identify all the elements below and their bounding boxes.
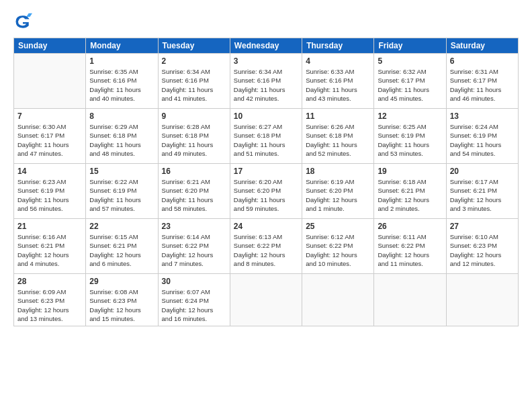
day-cell: 15Sunrise: 6:22 AMSunset: 6:19 PMDayligh… [86,164,158,219]
day-cell: 26Sunrise: 6:11 AMSunset: 6:22 PMDayligh… [374,219,446,274]
day-info: Sunrise: 6:30 AMSunset: 6:17 PMDaylight:… [17,122,82,158]
day-cell [302,274,374,326]
day-number: 27 [450,222,515,231]
day-cell: 25Sunrise: 6:12 AMSunset: 6:22 PMDayligh… [302,219,374,274]
day-cell: 3Sunrise: 6:34 AMSunset: 6:16 PMDaylight… [230,54,302,109]
col-header-thursday: Thursday [302,38,374,54]
day-number: 5 [378,56,442,66]
day-info: Sunrise: 6:20 AMSunset: 6:20 PMDaylight:… [234,177,298,213]
day-number: 1 [89,56,154,66]
day-cell: 10Sunrise: 6:27 AMSunset: 6:18 PMDayligh… [230,109,302,164]
week-row: 7Sunrise: 6:30 AMSunset: 6:17 PMDaylight… [14,109,519,164]
day-info: Sunrise: 6:25 AMSunset: 6:19 PMDaylight:… [378,122,442,158]
day-cell: 16Sunrise: 6:21 AMSunset: 6:20 PMDayligh… [158,164,230,219]
day-info: Sunrise: 6:27 AMSunset: 6:18 PMDaylight:… [234,122,298,158]
day-cell [446,274,518,326]
day-number: 19 [378,167,442,176]
day-number: 12 [378,111,442,121]
day-cell: 8Sunrise: 6:29 AMSunset: 6:18 PMDaylight… [86,109,158,164]
day-cell: 21Sunrise: 6:16 AMSunset: 6:21 PMDayligh… [14,219,86,274]
day-number: 20 [450,167,515,176]
day-info: Sunrise: 6:23 AMSunset: 6:19 PMDaylight:… [17,177,82,213]
col-header-saturday: Saturday [446,38,518,54]
day-number: 21 [17,222,82,231]
day-info: Sunrise: 6:24 AMSunset: 6:19 PMDaylight:… [450,122,515,158]
day-cell [14,54,86,109]
page: SundayMondayTuesdayWednesdayThursdayFrid… [0,0,532,411]
day-cell: 1Sunrise: 6:35 AMSunset: 6:16 PMDaylight… [86,54,158,109]
week-row: 28Sunrise: 6:09 AMSunset: 6:23 PMDayligh… [14,274,519,326]
day-info: Sunrise: 6:33 AMSunset: 6:16 PMDaylight:… [306,67,370,103]
day-number: 11 [306,111,370,121]
calendar-table: SundayMondayTuesdayWednesdayThursdayFrid… [13,38,519,326]
day-number: 15 [89,167,154,176]
day-info: Sunrise: 6:09 AMSunset: 6:23 PMDaylight:… [17,287,82,323]
logo-icon [13,12,32,31]
col-header-sunday: Sunday [14,38,86,54]
day-info: Sunrise: 6:21 AMSunset: 6:20 PMDaylight:… [162,177,226,213]
week-row: 21Sunrise: 6:16 AMSunset: 6:21 PMDayligh… [14,219,519,274]
day-cell: 24Sunrise: 6:13 AMSunset: 6:22 PMDayligh… [230,219,302,274]
day-number: 29 [89,277,154,286]
day-info: Sunrise: 6:34 AMSunset: 6:16 PMDaylight:… [162,67,226,103]
day-cell: 29Sunrise: 6:08 AMSunset: 6:23 PMDayligh… [86,274,158,326]
day-info: Sunrise: 6:14 AMSunset: 6:22 PMDaylight:… [162,232,226,268]
day-cell [230,274,302,326]
day-info: Sunrise: 6:19 AMSunset: 6:20 PMDaylight:… [306,177,370,213]
day-cell: 2Sunrise: 6:34 AMSunset: 6:16 PMDaylight… [158,54,230,109]
day-cell: 30Sunrise: 6:07 AMSunset: 6:24 PMDayligh… [158,274,230,326]
day-number: 24 [234,222,298,231]
day-cell: 18Sunrise: 6:19 AMSunset: 6:20 PMDayligh… [302,164,374,219]
day-cell: 23Sunrise: 6:14 AMSunset: 6:22 PMDayligh… [158,219,230,274]
day-cell: 22Sunrise: 6:15 AMSunset: 6:21 PMDayligh… [86,219,158,274]
day-info: Sunrise: 6:11 AMSunset: 6:22 PMDaylight:… [378,232,442,268]
day-info: Sunrise: 6:22 AMSunset: 6:19 PMDaylight:… [89,177,154,213]
day-info: Sunrise: 6:31 AMSunset: 6:17 PMDaylight:… [450,67,515,103]
day-number: 6 [450,56,515,66]
day-info: Sunrise: 6:34 AMSunset: 6:16 PMDaylight:… [234,67,298,103]
day-number: 13 [450,111,515,121]
day-cell: 12Sunrise: 6:25 AMSunset: 6:19 PMDayligh… [374,109,446,164]
logo [13,12,35,31]
header-row: SundayMondayTuesdayWednesdayThursdayFrid… [14,38,519,54]
day-cell: 11Sunrise: 6:26 AMSunset: 6:18 PMDayligh… [302,109,374,164]
day-number: 10 [234,111,298,121]
day-number: 28 [17,277,82,286]
day-number: 22 [89,222,154,231]
day-info: Sunrise: 6:17 AMSunset: 6:21 PMDaylight:… [450,177,515,213]
day-cell: 7Sunrise: 6:30 AMSunset: 6:17 PMDaylight… [14,109,86,164]
day-info: Sunrise: 6:26 AMSunset: 6:18 PMDaylight:… [306,122,370,158]
day-number: 25 [306,222,370,231]
header [13,12,519,31]
day-number: 2 [162,56,226,66]
day-info: Sunrise: 6:35 AMSunset: 6:16 PMDaylight:… [89,67,154,103]
day-cell: 13Sunrise: 6:24 AMSunset: 6:19 PMDayligh… [446,109,518,164]
week-row: 1Sunrise: 6:35 AMSunset: 6:16 PMDaylight… [14,54,519,109]
day-number: 14 [17,167,82,176]
day-info: Sunrise: 6:08 AMSunset: 6:23 PMDaylight:… [89,287,154,323]
day-cell: 19Sunrise: 6:18 AMSunset: 6:21 PMDayligh… [374,164,446,219]
day-cell: 27Sunrise: 6:10 AMSunset: 6:23 PMDayligh… [446,219,518,274]
day-cell: 5Sunrise: 6:32 AMSunset: 6:17 PMDaylight… [374,54,446,109]
day-cell: 9Sunrise: 6:28 AMSunset: 6:18 PMDaylight… [158,109,230,164]
col-header-monday: Monday [86,38,158,54]
day-info: Sunrise: 6:13 AMSunset: 6:22 PMDaylight:… [234,232,298,268]
day-number: 7 [17,111,82,121]
day-info: Sunrise: 6:29 AMSunset: 6:18 PMDaylight:… [89,122,154,158]
day-info: Sunrise: 6:16 AMSunset: 6:21 PMDaylight:… [17,232,82,268]
day-number: 16 [162,167,226,176]
day-number: 4 [306,56,370,66]
day-info: Sunrise: 6:18 AMSunset: 6:21 PMDaylight:… [378,177,442,213]
col-header-wednesday: Wednesday [230,38,302,54]
day-cell: 28Sunrise: 6:09 AMSunset: 6:23 PMDayligh… [14,274,86,326]
day-number: 17 [234,167,298,176]
day-info: Sunrise: 6:12 AMSunset: 6:22 PMDaylight:… [306,232,370,268]
day-cell: 17Sunrise: 6:20 AMSunset: 6:20 PMDayligh… [230,164,302,219]
day-cell [374,274,446,326]
day-number: 26 [378,222,442,231]
day-number: 3 [234,56,298,66]
day-info: Sunrise: 6:07 AMSunset: 6:24 PMDaylight:… [162,287,226,323]
day-number: 30 [162,277,226,286]
day-number: 18 [306,167,370,176]
day-cell: 14Sunrise: 6:23 AMSunset: 6:19 PMDayligh… [14,164,86,219]
